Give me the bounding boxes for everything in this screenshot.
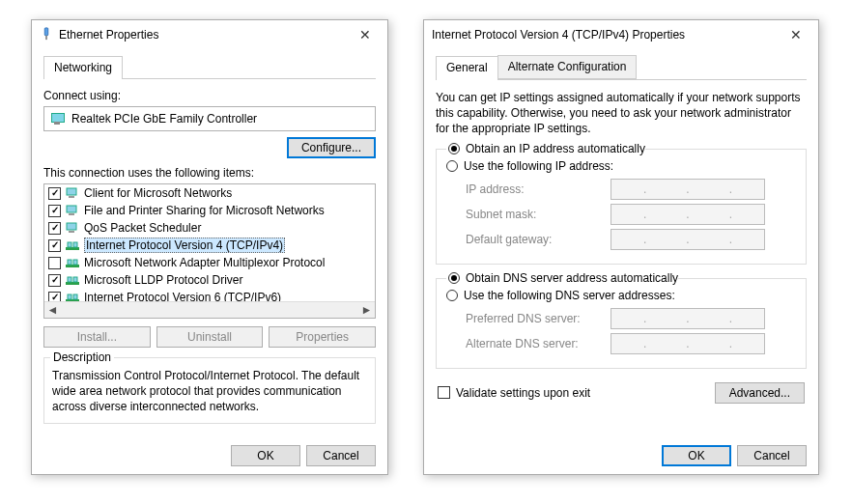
dns-group: Obtain DNS server address automatically … xyxy=(436,278,807,369)
radio-dns-auto-label: Obtain DNS server address automatically xyxy=(466,271,678,285)
list-item-label: Microsoft LLDP Protocol Driver xyxy=(84,273,243,287)
validate-label: Validate settings upon exit xyxy=(456,386,590,400)
ok-button[interactable]: OK xyxy=(231,445,300,466)
list-item[interactable]: Microsoft LLDP Protocol Driver xyxy=(44,271,375,289)
svg-rect-1 xyxy=(45,35,47,39)
cancel-button[interactable]: Cancel xyxy=(306,445,376,466)
scroll-right-arrow-icon[interactable]: ► xyxy=(358,302,375,318)
ethernet-properties-dialog: Ethernet Properties ✕ Networking Connect… xyxy=(31,19,388,475)
radio-icon xyxy=(448,143,460,154)
close-button[interactable]: ✕ xyxy=(351,20,380,49)
tab-networking[interactable]: Networking xyxy=(43,56,123,79)
ok-button[interactable]: OK xyxy=(662,445,731,466)
list-item-label: Microsoft Network Adapter Multiplexor Pr… xyxy=(84,256,325,269)
description-group: Description Transmission Control Protoco… xyxy=(43,357,376,424)
list-item[interactable]: QoS Packet Scheduler xyxy=(44,219,375,237)
svg-rect-0 xyxy=(44,27,48,35)
svg-rect-16 xyxy=(73,277,77,282)
radio-dns-manual[interactable]: Use the following DNS server addresses: xyxy=(446,287,796,304)
horizontal-scrollbar[interactable]: ◄ ► xyxy=(44,301,375,318)
ip-address-label: IP address: xyxy=(466,182,611,196)
properties-button[interactable]: Properties xyxy=(269,326,376,348)
ip-group: Obtain an IP address automatically Use t… xyxy=(436,149,807,265)
gateway-input[interactable]: ... xyxy=(611,229,765,250)
info-text: You can get IP settings assigned automat… xyxy=(436,90,807,137)
close-button[interactable]: ✕ xyxy=(781,20,810,49)
svg-rect-15 xyxy=(68,277,71,282)
list-item[interactable]: Internet Protocol Version 4 (TCP/IPv4) xyxy=(44,237,375,254)
checkbox-icon[interactable] xyxy=(48,257,61,269)
checkbox-icon[interactable] xyxy=(48,205,61,217)
svg-rect-13 xyxy=(73,260,77,265)
radio-dns-auto[interactable]: Obtain DNS server address automatically xyxy=(446,269,678,287)
list-item[interactable]: File and Printer Sharing for Microsoft N… xyxy=(44,202,375,219)
window-title: Ethernet Properties xyxy=(59,28,158,42)
cancel-button[interactable]: Cancel xyxy=(737,445,807,466)
client-icon xyxy=(65,220,80,236)
radio-ip-auto[interactable]: Obtain an IP address automatically xyxy=(446,140,645,157)
dns-pref-input[interactable]: ... xyxy=(611,308,765,329)
adapter-field[interactable]: Realtek PCIe GbE Family Controller xyxy=(43,106,376,131)
radio-dns-manual-label: Use the following DNS server addresses: xyxy=(464,289,675,302)
radio-ip-manual[interactable]: Use the following IP address: xyxy=(446,157,796,175)
install-button[interactable]: Install... xyxy=(43,326,151,348)
description-text: Transmission Control Protocol/Internet P… xyxy=(52,368,367,415)
field-subnet: Subnet mask: ... xyxy=(466,204,796,225)
subnet-input[interactable]: ... xyxy=(611,204,765,225)
ip-address-input[interactable]: ... xyxy=(611,179,765,200)
radio-icon xyxy=(446,290,458,301)
dns-pref-label: Preferred DNS server: xyxy=(466,312,611,325)
uninstall-button[interactable]: Uninstall xyxy=(156,326,264,348)
svg-rect-18 xyxy=(68,294,71,299)
tab-alternate-configuration[interactable]: Alternate Configuration xyxy=(497,55,638,79)
protocol-icon xyxy=(65,238,80,253)
tab-strip: Networking xyxy=(43,55,376,79)
ipv4-properties-dialog: Internet Protocol Version 4 (TCP/IPv4) P… xyxy=(423,19,819,475)
radio-icon xyxy=(446,160,458,172)
checkbox-icon xyxy=(438,386,450,399)
checkbox-icon[interactable] xyxy=(48,239,61,252)
subnet-label: Subnet mask: xyxy=(466,208,611,221)
client-icon xyxy=(65,185,80,201)
tab-strip: General Alternate Configuration xyxy=(436,55,807,80)
checkbox-icon[interactable] xyxy=(48,292,61,302)
svg-rect-7 xyxy=(69,231,74,233)
list-item[interactable]: Microsoft Network Adapter Multiplexor Pr… xyxy=(44,254,375,271)
list-item-label: File and Printer Sharing for Microsoft N… xyxy=(84,204,325,217)
titlebar: Internet Protocol Version 4 (TCP/IPv4) P… xyxy=(424,20,818,49)
titlebar: Ethernet Properties ✕ xyxy=(32,20,387,49)
validate-checkbox[interactable]: Validate settings upon exit xyxy=(438,386,590,400)
svg-rect-10 xyxy=(73,242,77,247)
connect-using-label: Connect using: xyxy=(43,89,376,102)
dns-alt-input[interactable]: ... xyxy=(611,333,765,354)
field-ip-address: IP address: ... xyxy=(466,179,796,200)
svg-rect-6 xyxy=(67,223,76,230)
configure-button[interactable]: Configure... xyxy=(287,137,376,158)
list-item-label: Internet Protocol Version 4 (TCP/IPv4) xyxy=(84,238,285,253)
scroll-left-arrow-icon[interactable]: ◄ xyxy=(44,302,61,318)
list-item-label: Internet Protocol Version 6 (TCP/IPv6) xyxy=(84,291,281,301)
adapter-name: Realtek PCIe GbE Family Controller xyxy=(71,112,257,126)
checkbox-icon[interactable] xyxy=(48,274,61,287)
list-item[interactable]: Internet Protocol Version 6 (TCP/IPv6) xyxy=(44,289,375,301)
checkbox-icon[interactable] xyxy=(48,187,61,200)
protocol-icon xyxy=(65,255,80,270)
field-gateway: Default gateway: ... xyxy=(466,229,796,250)
list-item-label: Client for Microsoft Networks xyxy=(84,186,232,200)
client-icon xyxy=(65,203,80,218)
svg-rect-9 xyxy=(68,242,71,247)
component-list: Client for Microsoft NetworksFile and Pr… xyxy=(43,183,376,319)
tab-general[interactable]: General xyxy=(436,56,498,80)
checkbox-icon[interactable] xyxy=(48,222,61,235)
field-dns-alt: Alternate DNS server: ... xyxy=(466,333,796,354)
svg-rect-5 xyxy=(69,213,74,215)
svg-rect-3 xyxy=(69,196,74,198)
dns-alt-label: Alternate DNS server: xyxy=(466,337,611,350)
field-dns-pref: Preferred DNS server: ... xyxy=(466,308,796,329)
window-title: Internet Protocol Version 4 (TCP/IPv4) P… xyxy=(432,28,685,42)
items-label: This connection uses the following items… xyxy=(43,166,376,180)
description-legend: Description xyxy=(50,350,114,364)
svg-rect-19 xyxy=(73,294,77,299)
list-item[interactable]: Client for Microsoft Networks xyxy=(44,184,375,202)
advanced-button[interactable]: Advanced... xyxy=(715,382,805,404)
